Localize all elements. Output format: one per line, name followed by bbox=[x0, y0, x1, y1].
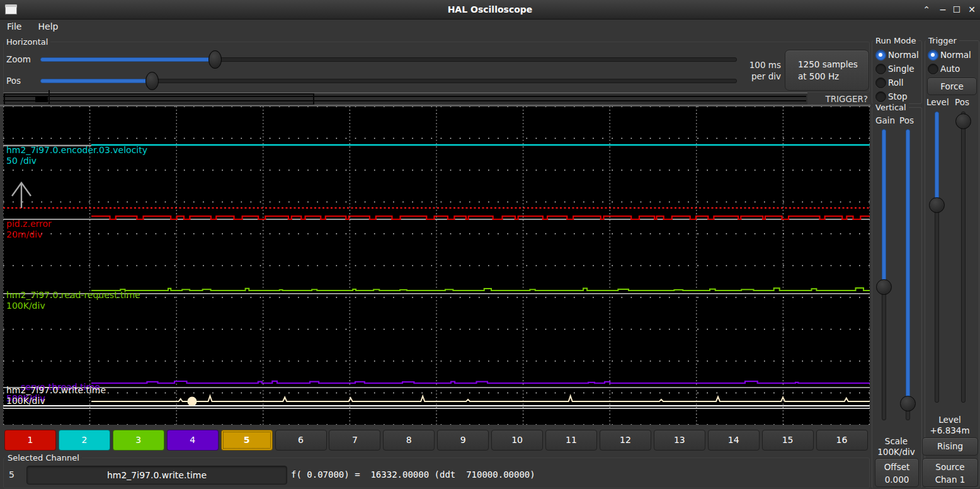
maximize-icon[interactable]: ☐ bbox=[950, 0, 964, 19]
menu-bar: File Help bbox=[0, 20, 980, 35]
run-mode-radio-roll[interactable] bbox=[875, 78, 886, 88]
trigger-auto-label[interactable]: Auto bbox=[940, 64, 960, 74]
channel-button-13[interactable]: 13 bbox=[654, 430, 705, 451]
trigger-source-caption: Source bbox=[923, 461, 977, 473]
title-bar[interactable]: HAL Oscilloscope ⌃ − ☐ ✕ bbox=[0, 0, 980, 20]
vertical-frame-label: Vertical bbox=[873, 103, 909, 112]
scope-channel1-label: pid.z.error 20m/div bbox=[6, 219, 52, 239]
vertical-pos-slider-fill bbox=[906, 129, 910, 405]
trigger-radio-auto[interactable] bbox=[928, 64, 938, 74]
scope-channel5-scale: 100K/div bbox=[6, 396, 106, 406]
trigger-normal-label[interactable]: Normal bbox=[940, 50, 971, 60]
scope-channel3-name: hm2_7i97.0.read-request.time bbox=[6, 290, 140, 301]
trigger-level-col-label: Level bbox=[926, 97, 949, 107]
zoom-slider-fill bbox=[40, 57, 215, 62]
time-per-div-unit: per div bbox=[724, 71, 781, 82]
trigger-level-caption: Level bbox=[922, 415, 977, 425]
channel-button-7[interactable]: 7 bbox=[329, 430, 380, 451]
close-icon[interactable]: ✕ bbox=[965, 0, 979, 19]
vertical-gain-slider-fill bbox=[882, 129, 886, 288]
scope-channel1-name: pid.z.error bbox=[6, 219, 52, 229]
scope-channel1-scale: 20m/div bbox=[6, 229, 52, 240]
selected-channel-readout: f( 0.07000) = 16332.00000 (ddt 710000.00… bbox=[291, 469, 535, 480]
samples-button[interactable]: 1250 samples at 500 Hz bbox=[785, 50, 869, 91]
trigger-pos-slider-track[interactable] bbox=[961, 112, 966, 403]
zoom-slider-handle[interactable] bbox=[208, 50, 222, 69]
channel-button-12[interactable]: 12 bbox=[600, 430, 651, 451]
channel-button-1[interactable]: 1 bbox=[4, 430, 56, 451]
scope-channel3-scale: 100K/div bbox=[6, 301, 140, 311]
trigger-edge-button[interactable]: Rising bbox=[922, 437, 978, 456]
vertical-offset-value: 0.000 bbox=[875, 473, 918, 486]
samples-count: 1250 samples bbox=[798, 59, 869, 71]
trigger-frame-label: Trigger bbox=[926, 36, 959, 45]
run-mode-normal-label[interactable]: Normal bbox=[888, 50, 919, 60]
trigger-level-value: +6.834m bbox=[922, 425, 977, 435]
force-button[interactable]: Force bbox=[927, 78, 977, 95]
channel-button-3[interactable]: 3 bbox=[113, 430, 164, 451]
trigger-pos-slider-handle[interactable] bbox=[955, 113, 971, 129]
record-position-bar[interactable] bbox=[3, 93, 807, 106]
vertical-offset-button[interactable]: Offset 0.000 bbox=[875, 458, 919, 487]
trigger-pos-col-label: Pos bbox=[955, 97, 969, 107]
horizontal-frame-label: Horizontal bbox=[4, 37, 50, 47]
trigger-radio-normal[interactable] bbox=[928, 50, 938, 60]
pos-slider-handle[interactable] bbox=[145, 72, 159, 90]
run-mode-radio-stop[interactable] bbox=[875, 91, 886, 102]
scope-channel3-label: hm2_7i97.0.read-request.time 100K/div bbox=[6, 290, 140, 311]
record-progress-segment bbox=[35, 96, 48, 102]
vertical-gain-slider-handle[interactable] bbox=[876, 279, 892, 295]
channel-button-8[interactable]: 8 bbox=[383, 430, 435, 451]
vertical-pos-slider-handle[interactable] bbox=[900, 396, 916, 411]
scope-channel5-name: hm2_7i97.0.write.time bbox=[6, 385, 106, 396]
vertical-scale-value: 100K/div bbox=[872, 447, 921, 457]
selected-channel-name-field[interactable]: hm2_7i97.0.write.time bbox=[26, 466, 287, 485]
vertical-scale-caption: Scale bbox=[872, 436, 921, 446]
vertical-pos-col-label: Pos bbox=[899, 115, 914, 125]
scope-channel2-scale: 50 /div bbox=[6, 156, 147, 166]
run-mode-radio-normal[interactable] bbox=[875, 50, 886, 60]
channel-button-4[interactable]: 4 bbox=[167, 430, 219, 451]
channel-button-16[interactable]: 16 bbox=[816, 430, 868, 451]
halscope-window: HAL Oscilloscope ⌃ − ☐ ✕ File Help Horiz… bbox=[0, 0, 980, 489]
window-title: HAL Oscilloscope bbox=[0, 0, 980, 19]
trigger-source-button[interactable]: Source Chan 1 bbox=[922, 458, 978, 487]
channel-button-10[interactable]: 10 bbox=[491, 430, 543, 451]
channel-button-2[interactable]: 2 bbox=[59, 430, 110, 451]
scope-channel2-label: hm2_7i97.0.encoder.03.velocity 50 /div bbox=[6, 145, 147, 166]
menu-help[interactable]: Help bbox=[31, 20, 66, 33]
channel-button-6[interactable]: 6 bbox=[275, 430, 327, 451]
channel-button-15[interactable]: 15 bbox=[762, 430, 814, 451]
channel-button-14[interactable]: 14 bbox=[708, 430, 760, 451]
scope-channel5-label: hm2_7i97.0.write.time 100K/div bbox=[6, 385, 106, 406]
scope-channel2-name: hm2_7i97.0.encoder.03.velocity bbox=[6, 145, 147, 156]
vertical-gain-col-label: Gain bbox=[875, 115, 895, 125]
pos-label: Pos bbox=[6, 76, 21, 86]
time-per-div: 100 ms per div bbox=[724, 59, 781, 82]
vertical-offset-caption: Offset bbox=[875, 461, 918, 473]
run-mode-roll-label[interactable]: Roll bbox=[888, 78, 904, 88]
run-mode-frame-label: Run Mode bbox=[873, 36, 918, 45]
minimize-icon[interactable]: − bbox=[936, 0, 950, 19]
channel-button-9[interactable]: 9 bbox=[437, 430, 489, 451]
time-per-div-value: 100 ms bbox=[724, 59, 781, 71]
run-mode-radio-single[interactable] bbox=[875, 64, 886, 74]
channel-button-5[interactable]: 5 bbox=[221, 430, 273, 451]
trigger-source-value: Chan 1 bbox=[923, 473, 977, 486]
trigger-level-slider-fill bbox=[935, 112, 939, 206]
pos-slider-fill bbox=[40, 79, 152, 83]
run-mode-stop-label[interactable]: Stop bbox=[888, 91, 908, 101]
trigger-status: TRIGGER? bbox=[812, 94, 868, 104]
run-mode-single-label[interactable]: Single bbox=[888, 64, 914, 74]
record-view-window[interactable] bbox=[4, 93, 314, 105]
channel-button-11[interactable]: 11 bbox=[545, 430, 597, 451]
zoom-label: Zoom bbox=[6, 54, 31, 64]
trigger-level-slider-handle[interactable] bbox=[929, 197, 945, 213]
scope-display[interactable]: servo-thread.time 500K/div hm2_7i97.0.en… bbox=[3, 106, 870, 425]
selected-channel-number: 5 bbox=[9, 469, 14, 480]
selected-channel-frame-label: Selected Channel bbox=[5, 453, 82, 463]
vertical-frame bbox=[872, 107, 922, 488]
shade-icon[interactable]: ⌃ bbox=[920, 0, 933, 19]
channel-button-row: 12345678910111213141516 bbox=[0, 430, 875, 451]
menu-file[interactable]: File bbox=[0, 20, 28, 33]
